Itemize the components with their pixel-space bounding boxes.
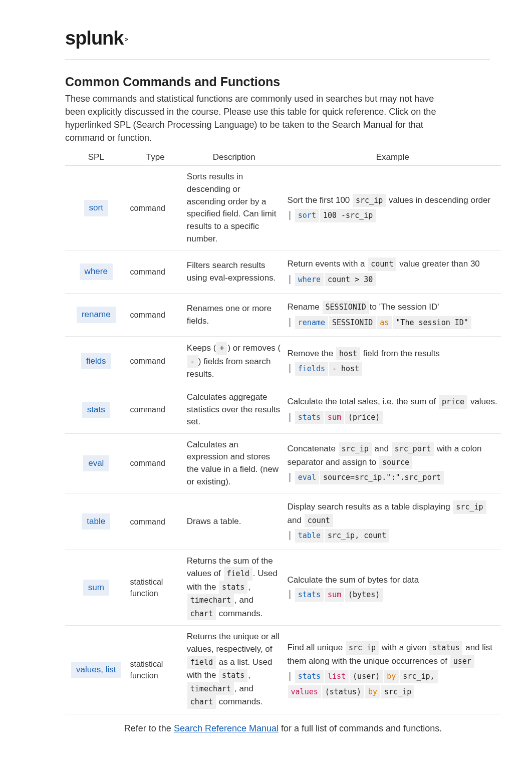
type-cell: command: [127, 493, 184, 550]
table-row: sumstatistical functionReturns the sum o…: [65, 550, 501, 626]
type-cell: command: [127, 166, 184, 250]
type-cell: command: [127, 294, 184, 337]
type-cell: command: [127, 386, 184, 433]
col-desc: Description: [184, 149, 285, 166]
description-cell: Draws a table.: [184, 493, 285, 550]
description-cell: Filters search results using eval-expres…: [184, 250, 285, 294]
table-row: values, liststatistical functionReturns …: [65, 626, 501, 714]
example-cell: Return events with a count value greater…: [285, 250, 501, 294]
description-cell: Sorts results in descending or ascending…: [184, 166, 285, 250]
spl-link-stats[interactable]: stats: [82, 402, 110, 418]
description-cell: Returns the unique or all values, respec…: [184, 626, 285, 714]
spl-link-sort[interactable]: sort: [84, 200, 108, 216]
spl-link-where[interactable]: where: [80, 264, 113, 280]
table-row: tablecommandDraws a table.Display search…: [65, 493, 501, 550]
example-cell: Concatenate src_ip and src_port with a c…: [285, 433, 501, 493]
brand-logo: splunk>: [65, 28, 506, 49]
type-cell: statistical function: [127, 550, 184, 626]
table-row: sortcommandSorts results in descending o…: [65, 166, 501, 250]
table-row: evalcommandCalculates an expression and …: [65, 433, 501, 493]
top-divider: [65, 59, 490, 60]
description-cell: Returns the sum of the values of field. …: [184, 550, 285, 626]
spl-link-rename[interactable]: rename: [77, 307, 116, 323]
col-spl: SPL: [65, 149, 127, 166]
spl-link-sum[interactable]: sum: [83, 580, 109, 596]
description-cell: Keeps (+) or removes (-) fields from sea…: [184, 337, 285, 386]
intro-text: These commands and statistical functions…: [65, 92, 446, 144]
spl-link-values-list[interactable]: values, list: [71, 662, 121, 678]
description-cell: Calculates aggregate statistics over the…: [184, 386, 285, 433]
type-cell: statistical function: [127, 626, 184, 714]
table-row: wherecommandFilters search results using…: [65, 250, 501, 294]
description-cell: Calculates an expression and stores the …: [184, 433, 285, 493]
reference-table: SPL Type Description Example sortcommand…: [65, 149, 501, 714]
table-row: renamecommandRenames one or more fields.…: [65, 294, 501, 337]
description-cell: Renames one or more fields.: [184, 294, 285, 337]
spl-link-fields[interactable]: fields: [81, 353, 111, 370]
table-row: statscommandCalculates aggregate statist…: [65, 386, 501, 433]
type-cell: command: [127, 250, 184, 294]
example-cell: Calculate the sum of bytes for data| sta…: [285, 550, 501, 626]
type-cell: command: [127, 433, 184, 493]
footer-text: Refer to the Search Reference Manual for…: [65, 723, 501, 734]
example-cell: Calculate the total sales, i.e. the sum …: [285, 386, 501, 433]
table-row: fieldscommandKeeps (+) or removes (-) fi…: [65, 337, 501, 386]
spl-link-table[interactable]: table: [82, 513, 110, 530]
example-cell: Find all unique src_ip with a given stat…: [285, 626, 501, 714]
page-title: Common Commands and Functions: [65, 75, 506, 89]
col-type: Type: [127, 149, 184, 166]
footer-link[interactable]: Search Reference Manual: [174, 723, 279, 733]
example-cell: Sort the first 100 src_ip values in desc…: [285, 166, 501, 250]
col-example: Example: [285, 149, 501, 166]
table-header-row: SPL Type Description Example: [65, 149, 501, 166]
spl-link-eval[interactable]: eval: [83, 455, 109, 472]
example-cell: Remove the host field from the results| …: [285, 337, 501, 386]
example-cell: Display search results as a table displa…: [285, 493, 501, 550]
example-cell: Rename SESSIONIDto 'The session ID'| ren…: [285, 294, 501, 337]
type-cell: command: [127, 337, 184, 386]
